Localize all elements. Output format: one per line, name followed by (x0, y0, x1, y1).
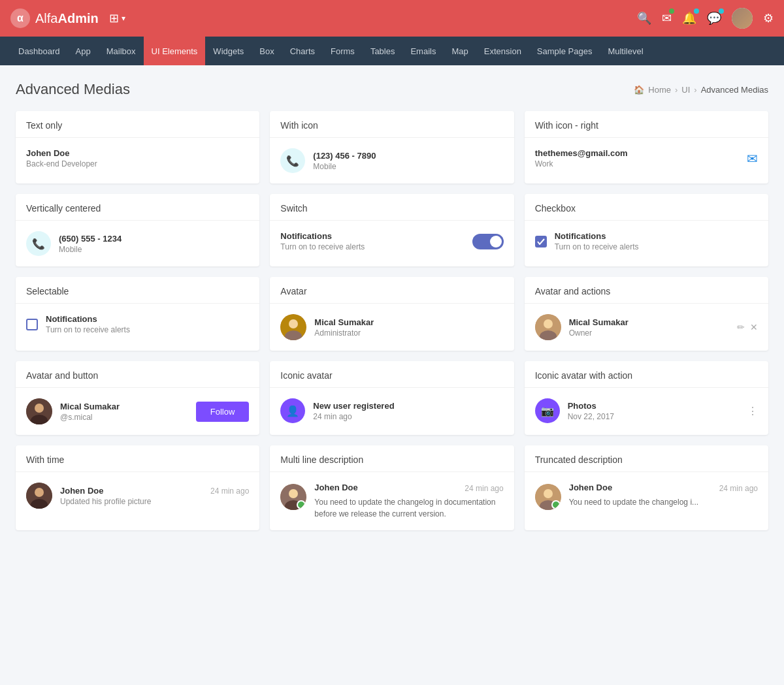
switch-text: Notifications Turn on to receive alerts (280, 231, 365, 251)
card-avatar-button-header: Avatar and button (16, 361, 259, 388)
media-vertically-centered-body: (650) 555 - 1234 Mobile (59, 234, 249, 254)
cards-grid: Text only Johen Doe Back-end Developer W… (16, 111, 768, 530)
svg-point-7 (35, 404, 44, 413)
card-vertically-centered-header: Vertically centered (16, 194, 259, 221)
nav-widgets[interactable]: Widgets (205, 37, 252, 65)
gear-icon[interactable]: ⚙ (763, 11, 774, 25)
avatar-actions-role: Owner (569, 328, 729, 338)
media-icon-right-email: thethemes@gmail.com (535, 148, 739, 158)
iconic-avatar-time: 24 min ago (313, 412, 503, 421)
svg-point-16 (544, 489, 553, 498)
nav-app[interactable]: App (68, 37, 99, 65)
card-selectable: Selectable Notifications Turn on to rece… (16, 277, 259, 351)
follow-button[interactable]: Follow (196, 402, 250, 422)
mail-badge (669, 8, 674, 14)
card-truncated: Truncated description Johen Doe 24 min (525, 445, 768, 530)
multi-line-desc: You need to update the changelog in docu… (314, 496, 503, 520)
card-multi-line-header: Multi line description (270, 445, 514, 472)
checkbox-input[interactable] (535, 236, 547, 247)
switch-toggle[interactable] (472, 234, 504, 249)
nav-box[interactable]: Box (252, 37, 282, 65)
card-avatar-header: Avatar (270, 277, 514, 304)
card-vertically-centered-body: 📞 (650) 555 - 1234 Mobile (16, 221, 259, 266)
breadcrumb-current: Advanced Medias (701, 85, 768, 95)
selectable-checkbox[interactable] (26, 319, 38, 330)
card-text-only: Text only Johen Doe Back-end Developer (16, 111, 259, 183)
card-with-icon-header: With icon (270, 111, 514, 138)
card-switch: Switch Notifications Turn on to receive … (270, 194, 514, 266)
nav-left: α AlfaAdmin ⊞ ▾ (10, 8, 125, 28)
iconic-avatar-action-name: Photos (568, 401, 740, 411)
card-checkbox-header: Checkbox (525, 194, 768, 221)
nav-dashboard[interactable]: Dashboard (10, 37, 68, 65)
brand-icon: α (10, 8, 30, 28)
delete-icon[interactable]: ✕ (750, 322, 758, 332)
avatar-actions-name: Mical Sumakar (569, 317, 729, 327)
nav-tables[interactable]: Tables (363, 37, 403, 65)
chat-icon[interactable]: 💬 (707, 11, 721, 25)
dots-menu[interactable]: ⋮ (747, 405, 758, 417)
iconic-avatar-text: New user registered (313, 401, 503, 411)
card-text-only-header: Text only (16, 111, 259, 138)
avatar-name: Mical Sumakar (314, 317, 503, 327)
multi-line-name: Johen Doe (314, 483, 357, 492)
breadcrumb-home[interactable]: Home (648, 85, 671, 95)
nav-charts[interactable]: Charts (282, 37, 323, 65)
breadcrumb-icon: 🏠 (634, 85, 644, 95)
mail-icon[interactable]: ✉ (662, 11, 672, 25)
grid-menu-button[interactable]: ⊞ ▾ (109, 11, 125, 25)
multi-line-time: 24 min ago (465, 484, 503, 493)
switch-container: Notifications Turn on to receive alerts (280, 231, 503, 251)
card-iconic-avatar-action-body: 📷 Photos Nov 22, 2017 ⋮ (525, 388, 768, 434)
bell-icon[interactable]: 🔔 (682, 11, 696, 25)
avatar-button-body: Mical Sumakar @s.mical (60, 402, 188, 422)
media-with-icon-phone: (123) 456 - 7890 (313, 151, 503, 161)
card-truncated-body: Johen Doe 24 min ago You need to update … (525, 472, 768, 520)
brand: α AlfaAdmin (10, 8, 99, 28)
checkbox-desc: Turn on to receive alerts (555, 242, 758, 251)
card-selectable-header: Selectable (16, 277, 259, 304)
page-header: Advanced Medias 🏠 Home › UI › Advanced M… (16, 81, 768, 98)
media-with-icon-label: Mobile (313, 162, 503, 171)
nav-emails[interactable]: Emails (402, 37, 444, 65)
edit-icon[interactable]: ✏ (737, 322, 745, 332)
avatar-button-name: Mical Sumakar (60, 402, 188, 411)
switch-desc: Turn on to receive alerts (280, 242, 365, 251)
card-iconic-avatar-body: 👤 New user registered 24 min ago (270, 388, 514, 434)
selectable-media: Notifications Turn on to receive alerts (26, 314, 249, 334)
nav-mailbox[interactable]: Mailbox (99, 37, 144, 65)
phone-icon: 📞 (280, 148, 305, 173)
card-multi-line: Multi line description Johen Doe 24 min (270, 445, 514, 530)
media-text-only-name: Johen Doe (26, 148, 249, 158)
user-avatar[interactable] (732, 8, 753, 29)
card-checkbox-body: Notifications Turn on to receive alerts (525, 221, 768, 262)
checkbox-name: Notifications (555, 231, 758, 241)
multi-line-media: Johen Doe 24 min ago You need to update … (280, 483, 503, 520)
card-switch-body: Notifications Turn on to receive alerts (270, 221, 514, 262)
nav-multilevel[interactable]: Multilevel (600, 37, 651, 65)
nav-right: 🔍 ✉ 🔔 💬 ⚙ (637, 8, 774, 29)
selectable-name: Notifications (46, 314, 249, 324)
nav-forms[interactable]: Forms (323, 37, 363, 65)
truncated-media: Johen Doe 24 min ago You need to update … (535, 483, 758, 510)
card-avatar-body: Mical Sumakar Administrator (270, 304, 514, 351)
nav-extension[interactable]: Extension (476, 37, 529, 65)
avatar-actions-img (535, 314, 561, 340)
svg-point-4 (544, 319, 553, 328)
nav-sample-pages[interactable]: Sample Pages (529, 37, 600, 65)
nav-ui-elements[interactable]: UI Elements (144, 37, 206, 65)
card-text-only-body: Johen Doe Back-end Developer (16, 138, 259, 179)
card-with-icon-right-header: With icon - right (525, 111, 768, 138)
breadcrumb-section[interactable]: UI (681, 85, 690, 95)
avatar-actions-media: Mical Sumakar Owner ✏ ✕ (535, 314, 758, 340)
with-time-timestamp: 24 min ago (210, 486, 249, 496)
with-time-desc: Updated his profile picture (60, 497, 249, 506)
nav-map[interactable]: Map (444, 37, 476, 65)
card-with-icon: With icon 📞 (123) 456 - 7890 Mobile (270, 111, 514, 183)
avatar-actions-body: Mical Sumakar Owner (569, 317, 729, 338)
truncated-time: 24 min ago (719, 484, 758, 493)
avatar-button-username: @s.mical (60, 413, 188, 422)
search-icon[interactable]: 🔍 (637, 11, 651, 25)
iconic-avatar-action-body: Photos Nov 22, 2017 (568, 401, 740, 421)
media-icon-right-body: thethemes@gmail.com Work (535, 148, 739, 168)
